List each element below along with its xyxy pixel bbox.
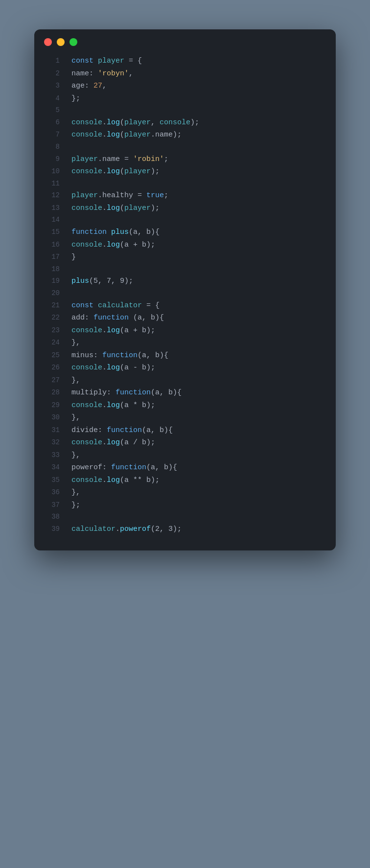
line-content: console.log(player); xyxy=(71,202,160,215)
line-content: console.log(player.name); xyxy=(71,129,182,141)
code-line: 30 }, xyxy=(44,411,326,424)
code-line: 3 age: 27, xyxy=(44,80,326,92)
line-number: 1 xyxy=(44,55,60,67)
line-number: 33 xyxy=(44,450,60,461)
line-content: } xyxy=(71,251,76,264)
close-button[interactable] xyxy=(44,38,52,46)
line-number: 5 xyxy=(44,105,60,116)
line-number: 22 xyxy=(44,312,60,324)
line-number: 21 xyxy=(44,300,60,312)
line-number: 15 xyxy=(44,227,60,238)
line-number: 24 xyxy=(44,337,60,349)
code-line: 13console.log(player); xyxy=(44,202,326,215)
line-content: console.log(a / b); xyxy=(71,436,155,449)
code-line: 20 xyxy=(44,288,326,299)
code-line: 19plus(5, 7, 9); xyxy=(44,275,326,288)
code-line: 17} xyxy=(44,251,326,264)
line-content: divide: function(a, b){ xyxy=(71,424,173,437)
line-content: player.healthy = true; xyxy=(71,189,168,202)
line-number: 31 xyxy=(44,425,60,436)
line-number: 6 xyxy=(44,117,60,129)
line-number: 20 xyxy=(44,288,60,299)
code-line: 33 }, xyxy=(44,449,326,462)
code-line: 14 xyxy=(44,214,326,226)
line-content: console.log(a * b); xyxy=(71,399,155,412)
line-content: powerof: function(a, b){ xyxy=(71,461,177,474)
code-line: 7console.log(player.name); xyxy=(44,129,326,141)
line-number: 27 xyxy=(44,375,60,387)
line-content: player.name = 'robin'; xyxy=(71,153,168,166)
line-number: 18 xyxy=(44,264,60,275)
line-number: 26 xyxy=(44,362,60,374)
line-number: 3 xyxy=(44,80,60,92)
code-line: 4}; xyxy=(44,92,326,105)
minimize-button[interactable] xyxy=(57,38,65,46)
titlebar xyxy=(34,29,336,55)
code-line: 28 multiply: function(a, b){ xyxy=(44,387,326,399)
code-line: 35 console.log(a ** b); xyxy=(44,474,326,487)
code-line: 26 console.log(a - b); xyxy=(44,362,326,374)
line-number: 8 xyxy=(44,141,60,153)
line-content: console.log(a + b); xyxy=(71,239,155,251)
line-number: 12 xyxy=(44,190,60,202)
line-number: 14 xyxy=(44,214,60,226)
line-number: 19 xyxy=(44,275,60,287)
line-number: 13 xyxy=(44,203,60,214)
line-content: console.log(a + b); xyxy=(71,324,155,337)
line-content: multiply: function(a, b){ xyxy=(71,387,182,399)
line-content: plus(5, 7, 9); xyxy=(71,275,133,288)
code-line: 31 divide: function(a, b){ xyxy=(44,424,326,437)
code-line: 6console.log(player, console); xyxy=(44,116,326,129)
line-number: 34 xyxy=(44,462,60,474)
line-number: 29 xyxy=(44,400,60,411)
line-content: calculator.powerof(2, 3); xyxy=(71,523,182,536)
line-number: 9 xyxy=(44,154,60,165)
line-number: 28 xyxy=(44,387,60,399)
code-line: 38 xyxy=(44,511,326,523)
line-content: console.log(player, console); xyxy=(71,116,199,129)
code-line: 5 xyxy=(44,105,326,116)
line-content: minus: function(a, b){ xyxy=(71,349,168,362)
line-content: console.log(a - b); xyxy=(71,362,155,374)
maximize-button[interactable] xyxy=(69,38,77,46)
line-content: }, xyxy=(71,374,80,387)
line-content: }, xyxy=(71,449,80,462)
line-number: 23 xyxy=(44,325,60,337)
code-line: 34 powerof: function(a, b){ xyxy=(44,461,326,474)
code-line: 39calculator.powerof(2, 3); xyxy=(44,523,326,536)
line-number: 11 xyxy=(44,178,60,190)
code-line: 2 name: 'robyn', xyxy=(44,68,326,80)
code-line: 9player.name = 'robin'; xyxy=(44,153,326,166)
line-content: add: function (a, b){ xyxy=(71,312,164,324)
line-content: name: 'robyn', xyxy=(71,68,133,80)
line-number: 4 xyxy=(44,93,60,105)
code-line: 18 xyxy=(44,264,326,275)
line-content: }; xyxy=(71,499,80,512)
line-content: console.log(player); xyxy=(71,165,160,178)
line-content: console.log(a ** b); xyxy=(71,474,160,487)
code-line: 22 add: function (a, b){ xyxy=(44,312,326,324)
code-line: 15function plus(a, b){ xyxy=(44,226,326,239)
line-number: 37 xyxy=(44,500,60,511)
line-content: }; xyxy=(71,92,80,105)
code-line: 11 xyxy=(44,178,326,190)
code-editor: 1const player = {2 name: 'robyn',3 age: … xyxy=(34,55,336,536)
line-number: 10 xyxy=(44,166,60,178)
line-content: }, xyxy=(71,337,80,349)
code-line: 37}; xyxy=(44,499,326,512)
code-line: 1const player = { xyxy=(44,55,326,68)
line-number: 35 xyxy=(44,475,60,486)
code-editor-window: 1const player = {2 name: 'robyn',3 age: … xyxy=(34,29,336,550)
line-content: }, xyxy=(71,486,80,499)
line-content: const player = { xyxy=(71,55,142,68)
line-number: 32 xyxy=(44,437,60,449)
line-number: 39 xyxy=(44,524,60,535)
code-line: 10console.log(player); xyxy=(44,165,326,178)
code-line: 16 console.log(a + b); xyxy=(44,239,326,251)
code-line: 36 }, xyxy=(44,486,326,499)
line-number: 30 xyxy=(44,412,60,424)
code-line: 8 xyxy=(44,141,326,153)
line-number: 38 xyxy=(44,511,60,523)
code-line: 24 }, xyxy=(44,337,326,349)
line-number: 25 xyxy=(44,350,60,362)
